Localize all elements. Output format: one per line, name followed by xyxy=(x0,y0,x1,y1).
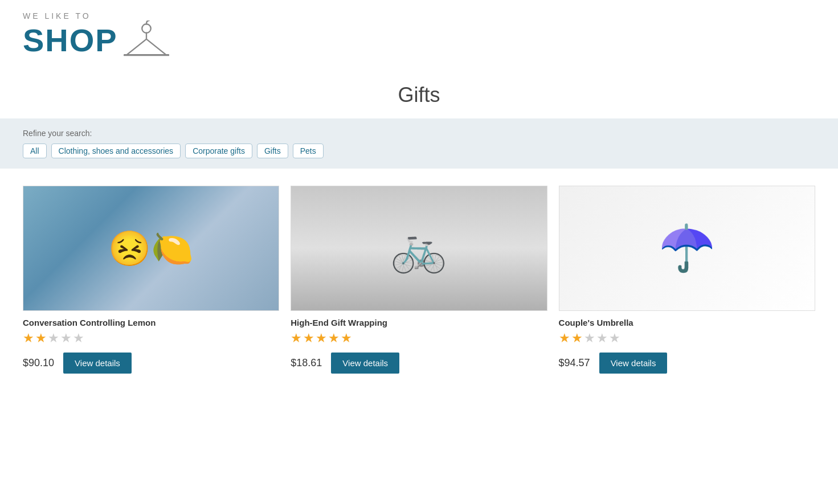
filter-tag-corporate-gifts[interactable]: Corporate gifts xyxy=(185,144,252,158)
star-rating-umbrella: ★★★★★ xyxy=(559,332,815,345)
product-price-lemon: $90.10 xyxy=(23,357,54,369)
star-empty-icon: ★ xyxy=(596,332,608,345)
filter-tag-all[interactable]: All xyxy=(23,144,47,158)
product-card-lemon: Conversation Controlling Lemon★★★★★$90.1… xyxy=(23,186,279,379)
star-rating-bike: ★★★★★ xyxy=(291,332,547,345)
product-image-umbrella xyxy=(559,186,815,311)
view-details-button-bike[interactable]: View details xyxy=(331,353,399,374)
filter-tag-pets[interactable]: Pets xyxy=(293,144,324,158)
filter-tag-clothing--shoes-and-accessories[interactable]: Clothing, shoes and accessories xyxy=(51,144,181,158)
products-grid: Conversation Controlling Lemon★★★★★$90.1… xyxy=(0,169,838,396)
star-empty-icon: ★ xyxy=(73,332,84,345)
star-filled-icon: ★ xyxy=(571,332,583,345)
svg-point-0 xyxy=(142,24,151,33)
view-details-button-umbrella[interactable]: View details xyxy=(599,353,668,374)
star-filled-icon: ★ xyxy=(316,332,327,345)
logo-bottom: SHOP xyxy=(23,21,815,60)
filter-tags: AllClothing, shoes and accessoriesCorpor… xyxy=(23,144,815,158)
product-footer-umbrella: $94.57View details xyxy=(559,353,815,374)
hanger-icon xyxy=(124,21,169,60)
star-empty-icon: ★ xyxy=(609,332,620,345)
star-filled-icon: ★ xyxy=(341,332,352,345)
product-price-umbrella: $94.57 xyxy=(559,357,590,369)
product-name-bike: High-End Gift Wrapping xyxy=(291,318,547,327)
filter-tag-gifts[interactable]: Gifts xyxy=(257,144,288,158)
star-filled-icon: ★ xyxy=(35,332,47,345)
product-footer-bike: $18.61View details xyxy=(291,353,547,374)
star-rating-lemon: ★★★★★ xyxy=(23,332,279,345)
product-price-bike: $18.61 xyxy=(291,357,322,369)
star-empty-icon: ★ xyxy=(48,332,59,345)
product-card-bike: High-End Gift Wrapping★★★★★$18.61View de… xyxy=(291,186,547,379)
star-filled-icon: ★ xyxy=(559,332,570,345)
star-empty-icon: ★ xyxy=(584,332,595,345)
star-filled-icon: ★ xyxy=(328,332,340,345)
star-empty-icon: ★ xyxy=(60,332,72,345)
filter-bar: Refine your search: AllClothing, shoes a… xyxy=(0,118,838,169)
product-name-umbrella: Couple's Umbrella xyxy=(559,318,815,327)
product-card-umbrella: Couple's Umbrella★★★★★$94.57View details xyxy=(559,186,815,379)
star-filled-icon: ★ xyxy=(291,332,302,345)
view-details-button-lemon[interactable]: View details xyxy=(63,353,132,374)
product-image-bike xyxy=(291,186,547,311)
page-title: Gifts xyxy=(0,83,838,107)
logo-top-text: WE LIKE TO xyxy=(23,11,815,21)
star-filled-icon: ★ xyxy=(23,332,34,345)
product-image-lemon xyxy=(23,186,279,311)
product-name-lemon: Conversation Controlling Lemon xyxy=(23,318,279,327)
header: WE LIKE TO SHOP xyxy=(0,0,838,66)
star-filled-icon: ★ xyxy=(303,332,314,345)
product-footer-lemon: $90.10View details xyxy=(23,353,279,374)
logo-shop-text: SHOP xyxy=(23,24,118,56)
filter-label: Refine your search: xyxy=(23,129,815,138)
